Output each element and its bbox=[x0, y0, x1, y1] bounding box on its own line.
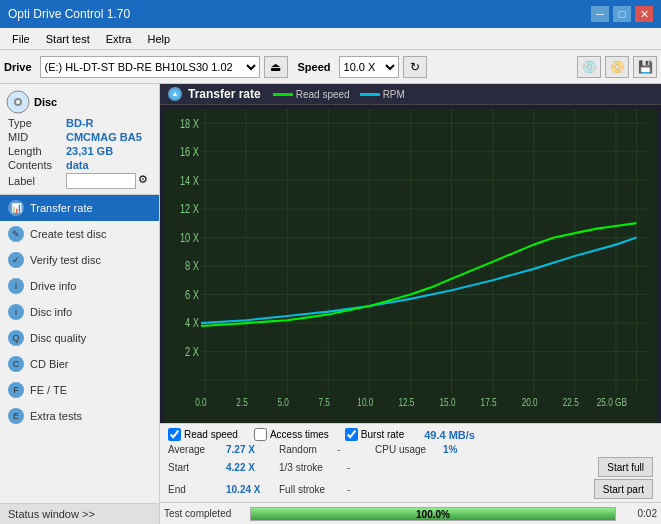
disc-info-icon: i bbox=[8, 304, 24, 320]
svg-text:5.0: 5.0 bbox=[277, 396, 289, 409]
disc2-icon-btn[interactable]: 📀 bbox=[605, 56, 629, 78]
svg-text:2.5: 2.5 bbox=[236, 396, 248, 409]
nav-disc-info[interactable]: i Disc info bbox=[0, 299, 159, 325]
legend-read-speed: Read speed bbox=[273, 89, 350, 100]
drive-info-icon: i bbox=[8, 278, 24, 294]
disc-type-row: Type BD-R bbox=[0, 116, 159, 130]
label-edit-icon[interactable]: ⚙ bbox=[138, 173, 151, 189]
chart-area: 18 X 16 X 14 X 12 X 10 X 8 X 6 X 4 X 2 X… bbox=[160, 105, 661, 423]
minimize-button[interactable]: ─ bbox=[591, 6, 609, 22]
cpu-label: CPU usage bbox=[375, 444, 435, 455]
status-text: Test completed bbox=[164, 508, 244, 519]
disc-icon-btn[interactable]: 💿 bbox=[577, 56, 601, 78]
stroke13-label: 1/3 stroke bbox=[279, 462, 339, 473]
menu-start-test[interactable]: Start test bbox=[38, 31, 98, 47]
nav-fe-te[interactable]: F FE / TE bbox=[0, 377, 159, 403]
progress-bar: 100.0% bbox=[250, 507, 616, 521]
burst-rate-check[interactable] bbox=[345, 428, 358, 441]
nav-cd-bier[interactable]: C CD Bier bbox=[0, 351, 159, 377]
save-button[interactable]: 💾 bbox=[633, 56, 657, 78]
status-window-button[interactable]: Status window >> bbox=[0, 503, 159, 524]
svg-text:4 X: 4 X bbox=[185, 316, 199, 330]
sidebar: Disc Type BD-R MID CMCMAG BA5 Length 23,… bbox=[0, 84, 160, 524]
end-label: End bbox=[168, 484, 218, 495]
read-speed-checkbox[interactable]: Read speed bbox=[168, 428, 238, 441]
verify-test-disc-icon: ✓ bbox=[8, 252, 24, 268]
burst-rate-checkbox[interactable]: Burst rate bbox=[345, 428, 404, 441]
create-test-disc-icon: ✎ bbox=[8, 226, 24, 242]
progress-percent: 100.0% bbox=[416, 508, 450, 519]
disc-length-row: Length 23,31 GB bbox=[0, 144, 159, 158]
progress-row: Test completed 100.0% 0:02 bbox=[160, 502, 661, 524]
toolbar: Drive (E:) HL-DT-ST BD-RE BH10LS30 1.02 … bbox=[0, 50, 661, 84]
svg-text:10.0: 10.0 bbox=[357, 396, 373, 409]
refresh-button[interactable]: ↻ bbox=[403, 56, 427, 78]
close-button[interactable]: ✕ bbox=[635, 6, 653, 22]
disc-quality-icon: Q bbox=[8, 330, 24, 346]
nav-verify-test-disc[interactable]: ✓ Verify test disc bbox=[0, 247, 159, 273]
svg-text:15.0: 15.0 bbox=[439, 396, 455, 409]
svg-text:20.0: 20.0 bbox=[522, 396, 538, 409]
content-area: Transfer rate Read speed RPM bbox=[160, 84, 661, 524]
menu-help[interactable]: Help bbox=[139, 31, 178, 47]
svg-text:0.0: 0.0 bbox=[195, 396, 207, 409]
speed-label: Speed bbox=[298, 61, 331, 73]
main-layout: Disc Type BD-R MID CMCMAG BA5 Length 23,… bbox=[0, 84, 661, 524]
legend-read-color bbox=[273, 93, 293, 96]
chart-header: Transfer rate Read speed RPM bbox=[160, 84, 661, 105]
average-value: 7.27 X bbox=[226, 444, 271, 455]
svg-text:12.5: 12.5 bbox=[398, 396, 414, 409]
access-times-check[interactable] bbox=[254, 428, 267, 441]
menubar: File Start test Extra Help bbox=[0, 28, 661, 50]
read-speed-check[interactable] bbox=[168, 428, 181, 441]
nav-drive-info[interactable]: i Drive info bbox=[0, 273, 159, 299]
end-value: 10.24 X bbox=[226, 484, 271, 495]
window-controls: ─ □ ✕ bbox=[591, 6, 653, 22]
svg-text:10 X: 10 X bbox=[180, 230, 199, 244]
transfer-rate-icon: 📊 bbox=[8, 200, 24, 216]
checkbox-row: Read speed Access times Burst rate 49.4 … bbox=[160, 426, 661, 443]
start-value: 4.22 X bbox=[226, 462, 271, 473]
svg-text:25.0 GB: 25.0 GB bbox=[597, 396, 627, 409]
start-full-button[interactable]: Start full bbox=[598, 457, 653, 477]
svg-text:22.5: 22.5 bbox=[563, 396, 579, 409]
disc-section: Disc Type BD-R MID CMCMAG BA5 Length 23,… bbox=[0, 84, 159, 195]
nav-transfer-rate[interactable]: 📊 Transfer rate bbox=[0, 195, 159, 221]
random-label: Random bbox=[279, 444, 329, 455]
menu-file[interactable]: File bbox=[4, 31, 38, 47]
svg-text:2 X: 2 X bbox=[185, 344, 199, 358]
start-part-button[interactable]: Start part bbox=[594, 479, 653, 499]
stroke13-value: - bbox=[347, 462, 377, 473]
svg-text:14 X: 14 X bbox=[180, 173, 199, 187]
access-times-checkbox[interactable]: Access times bbox=[254, 428, 329, 441]
cpu-value: 1% bbox=[443, 444, 457, 455]
chart-title: Transfer rate bbox=[188, 87, 261, 101]
eject-button[interactable]: ⏏ bbox=[264, 56, 288, 78]
legend-rpm: RPM bbox=[360, 89, 405, 100]
progress-time: 0:02 bbox=[622, 508, 657, 519]
svg-text:8 X: 8 X bbox=[185, 259, 199, 273]
stats-area: Read speed Access times Burst rate 49.4 … bbox=[160, 423, 661, 502]
speed-select[interactable]: 10.0 X bbox=[339, 56, 399, 78]
disc-label-input[interactable] bbox=[66, 173, 136, 189]
maximize-button[interactable]: □ bbox=[613, 6, 631, 22]
start-label: Start bbox=[168, 462, 218, 473]
nav-section: 📊 Transfer rate ✎ Create test disc ✓ Ver… bbox=[0, 195, 159, 503]
burst-rate-value: 49.4 MB/s bbox=[424, 429, 475, 441]
app-title: Opti Drive Control 1.70 bbox=[8, 7, 130, 21]
random-value: - bbox=[337, 444, 367, 455]
cd-bier-icon: C bbox=[8, 356, 24, 372]
disc-header: Disc bbox=[0, 88, 159, 116]
average-label: Average bbox=[168, 444, 218, 455]
nav-disc-quality[interactable]: Q Disc quality bbox=[0, 325, 159, 351]
drive-select[interactable]: (E:) HL-DT-ST BD-RE BH10LS30 1.02 bbox=[40, 56, 260, 78]
nav-create-test-disc[interactable]: ✎ Create test disc bbox=[0, 221, 159, 247]
svg-text:17.5: 17.5 bbox=[481, 396, 497, 409]
nav-extra-tests[interactable]: E Extra tests bbox=[0, 403, 159, 429]
svg-text:6 X: 6 X bbox=[185, 287, 199, 301]
svg-text:7.5: 7.5 bbox=[319, 396, 331, 409]
disc-contents-row: Contents data bbox=[0, 158, 159, 172]
drive-label: Drive bbox=[4, 61, 32, 73]
menu-extra[interactable]: Extra bbox=[98, 31, 140, 47]
chart-legend: Read speed RPM bbox=[273, 89, 405, 100]
